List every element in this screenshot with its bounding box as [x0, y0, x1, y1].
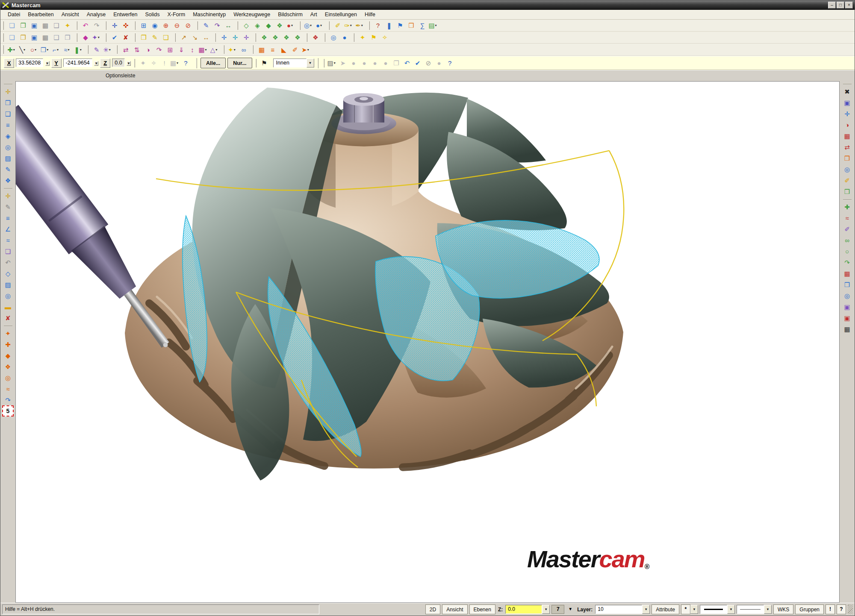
status-help-button[interactable]: ? [837, 604, 846, 614]
create-fillet-button[interactable]: ⌐▾ [51, 44, 62, 55]
cancel-op-button[interactable]: ✘ [120, 32, 131, 43]
entity-swap-button[interactable]: ↔ [200, 32, 212, 43]
gview-iso-button[interactable]: ◈ [2, 130, 14, 141]
select-undo-button[interactable]: ↶ [402, 58, 413, 68]
selection-mode-value[interactable]: Innen [273, 59, 307, 67]
status-warn-button[interactable]: ! [826, 604, 835, 614]
menu-item-solids[interactable]: Solids [141, 10, 163, 19]
print-preview-button[interactable]: ❑ [51, 21, 62, 31]
toolbar-grip[interactable] [843, 199, 852, 200]
create-rectangle-button[interactable]: ❒▾ [40, 44, 51, 55]
toolbar-grip[interactable] [253, 45, 254, 54]
gnomon-tplane-button[interactable]: ✛ [230, 32, 241, 43]
xform-drag-button[interactable]: △▾ [209, 44, 220, 55]
gnomon-cplane-button[interactable]: ✛ [241, 32, 252, 43]
create-rectangle-dropdown-icon[interactable]: ▾ [47, 48, 50, 52]
select-mask-button[interactable]: ● [434, 58, 445, 68]
shade-hidden-button[interactable]: ◈ [252, 21, 263, 31]
gview-named-button[interactable]: ✎ [2, 164, 14, 175]
validate-button[interactable]: ✔ [109, 32, 120, 43]
select-edge-button[interactable]: ● [359, 58, 370, 68]
cone-tool-button[interactable]: ◣ [278, 44, 289, 55]
stock-box-button[interactable]: ❒ [841, 186, 853, 197]
snap-warning-button[interactable]: ! [159, 58, 170, 68]
shade-wireframe-button[interactable]: ◇ [241, 21, 252, 31]
highlight-bulb-button[interactable]: ✦▾ [227, 44, 238, 55]
analyze-help-button[interactable]: ? [372, 21, 383, 31]
status-view-dropdown-icon[interactable]: ▼ [566, 605, 575, 614]
gview-top-button[interactable]: ❒ [2, 97, 14, 108]
y-coordinate-input[interactable]: -241.9654 [63, 59, 92, 67]
cplane-wcs-button[interactable]: ◎ [2, 290, 14, 301]
status-wks-button[interactable]: WKS [773, 604, 793, 614]
status-line-style-swatch[interactable] [700, 605, 727, 614]
selection-mode-arrow-icon[interactable]: ▼ [307, 59, 314, 67]
grid-snap-dropdown-icon[interactable]: ▾ [177, 61, 180, 65]
chip-purple-button[interactable]: ▣ [841, 301, 853, 312]
analyze-dynamic-button[interactable]: ✜ [120, 21, 131, 31]
toolbar-grip[interactable] [329, 21, 330, 30]
xform-array-dropdown-icon[interactable]: ▾ [205, 48, 209, 52]
xform-array-button[interactable]: ▦▾ [198, 44, 209, 55]
create-arc-button[interactable]: ○▾ [29, 44, 40, 55]
menu-item-werkzeugwege[interactable]: Werkzeugwege [230, 10, 274, 19]
gview-dynamic-button[interactable]: ✛ [2, 86, 14, 97]
status-ebenen-button[interactable]: Ebenen [469, 604, 495, 614]
shade-toggle-button[interactable]: ●▾ [285, 21, 296, 31]
menu-item-entwerfen[interactable]: Entwerfen [109, 10, 141, 19]
multiaxis-multisurf-button[interactable]: ❖ [2, 361, 14, 372]
autocursor-help-button[interactable]: ? [180, 58, 191, 68]
toolbar-grip[interactable] [135, 21, 136, 30]
delete-entity-button[interactable]: ✘ [2, 312, 14, 323]
menu-item-x-form[interactable]: X-Form [163, 10, 189, 19]
toolbar-grip[interactable] [4, 83, 12, 85]
fit-screen-button[interactable]: ↔ [223, 21, 234, 31]
toolbar-grip[interactable] [3, 45, 4, 54]
status-ansicht-button[interactable]: Ansicht [442, 604, 467, 614]
menu-item-analyse[interactable]: Analyse [83, 10, 109, 19]
toolbar-grip[interactable] [175, 33, 176, 42]
cplane-entity-button[interactable]: ❏ [2, 246, 14, 257]
toolbar-grip[interactable] [3, 21, 4, 30]
save-doc-button[interactable]: ▣ [29, 32, 40, 43]
select-face-button[interactable]: ● [370, 58, 380, 68]
surface-wave-button[interactable]: ≈ [841, 212, 853, 223]
clear-selection-button[interactable]: ⊘ [423, 58, 434, 68]
autocursor-override-button[interactable]: ✧ [148, 58, 159, 68]
toolbar-grip[interactable] [88, 45, 89, 54]
grid-settings-button[interactable]: ▦ [256, 44, 267, 55]
xform-scale-button[interactable]: ⊞ [165, 44, 176, 55]
xform-rotate-button[interactable]: ↷ [153, 44, 165, 55]
toolbar-grip[interactable] [77, 21, 78, 30]
gview-orient-dropdown-icon[interactable]: ▾ [310, 23, 313, 27]
toolbar-grip[interactable] [134, 59, 136, 67]
chart-bars-button[interactable]: ❚ [383, 21, 395, 31]
quick-mask-result-button[interactable]: ✧ [379, 32, 390, 43]
zoom-in-button[interactable]: ⊕ [160, 21, 171, 31]
view-sphere-button[interactable]: ● [339, 32, 350, 43]
status-point-style-value[interactable]: * [681, 604, 690, 614]
z-combo-arrow-icon[interactable]: ▼ [127, 61, 131, 66]
report-dropdown-icon[interactable]: ▾ [435, 23, 439, 27]
select-solids-button[interactable]: ⚑ [259, 58, 270, 68]
undo-button[interactable]: ↶ [80, 21, 91, 31]
motion-control-button[interactable]: ✛ [841, 108, 853, 119]
quick-mask-flag-button[interactable]: ⚑ [368, 32, 379, 43]
gview-orient-button[interactable]: ◎▾ [303, 21, 314, 31]
gview-normal-button[interactable]: ❖ [2, 175, 14, 186]
fastpoint-mode-button[interactable]: ✦ [138, 58, 148, 68]
minimize-button[interactable]: – [828, 2, 836, 9]
resize-grip[interactable] [848, 604, 853, 614]
toolbar-grip[interactable] [256, 59, 257, 67]
toolbar-grip[interactable] [843, 83, 852, 85]
link-chain-button[interactable]: ∞ [238, 44, 249, 55]
cplane-angle-button[interactable]: ∠ [2, 223, 14, 235]
clear-colors-dropdown-icon[interactable]: ▾ [361, 23, 365, 27]
cplane-named-button[interactable]: ◇ [2, 268, 14, 279]
multiaxis-flow-button[interactable]: ≈ [2, 383, 14, 394]
multi-grid-button[interactable]: ▦ [841, 323, 853, 334]
toolbar-grip[interactable] [324, 33, 326, 42]
polygon-selection-button[interactable]: ➤ [338, 58, 348, 68]
toolbar-grip[interactable] [4, 188, 12, 189]
set-attributes-button[interactable]: ✐ [332, 21, 343, 31]
